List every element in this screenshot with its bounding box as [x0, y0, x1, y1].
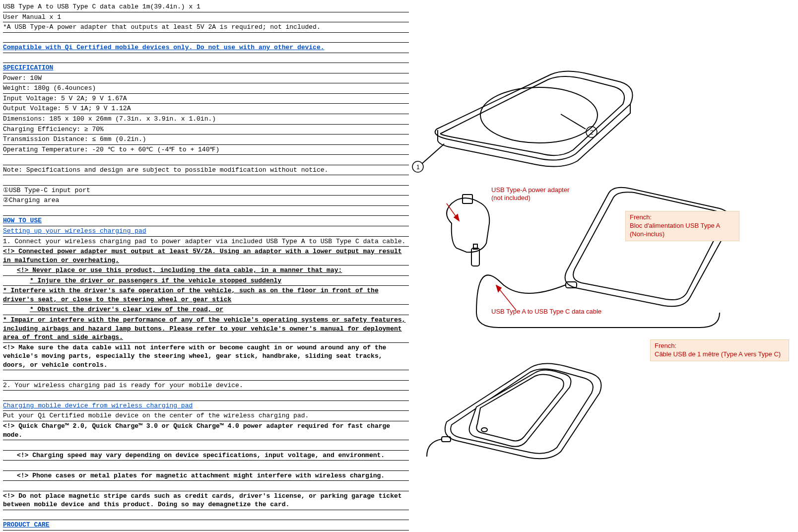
port-label-2: ②Charging area — [3, 196, 409, 206]
howto-heading: HOW TO USE — [3, 216, 409, 226]
callout-adapter: French: Bloc d'alimentation USB Type A (… — [625, 211, 739, 241]
warn-never: <!> Never place or use this product, inc… — [3, 266, 409, 276]
spec-heading: SPECIFICATION — [3, 63, 409, 73]
charging-pad-phone-diagram — [362, 337, 640, 486]
blank-line — [3, 440, 409, 451]
spec-input: Input Voltage: 5 V 2A; 9 V 1.67A — [3, 94, 409, 104]
charge-put: Put your Qi Certified mobile device on t… — [3, 411, 409, 421]
blank-line — [3, 33, 409, 43]
spec-dims: Dimensions: 185 x 100 x 26mm (7.3in. x 3… — [3, 114, 409, 125]
callout-cable-head: French: — [655, 342, 676, 349]
contents-line: *A USB Type-A power adapter that outputs… — [3, 22, 409, 33]
warn-mag: <!> Do not place magnetic stripe cards s… — [3, 491, 409, 510]
svg-line-1 — [422, 144, 444, 164]
svg-text:2: 2 — [590, 129, 594, 136]
manual-text-column: USB Type A to USB Type C data cable 1m(3… — [0, 0, 412, 532]
warn-cable: <!> Make sure the data cable will not in… — [3, 343, 409, 371]
spec-note: Note: Specifications and design are subj… — [3, 165, 409, 176]
port-label-1: ①USB Type-C input port — [3, 186, 409, 196]
spec-power: Power: 10W — [3, 73, 409, 84]
spec-eff: Charging Efficiency: ≥ 70% — [3, 125, 409, 135]
contents-line: USB Type A to USB Type C data cable 1m(3… — [3, 2, 409, 12]
warn-qc: <!> Quick Charge™ 2.0, Quick Charge™ 3.0… — [3, 421, 409, 440]
blank-line — [3, 155, 409, 165]
charge-heading: Charging mobile device from wireless cha… — [3, 401, 409, 411]
blank-line — [3, 391, 409, 401]
setup-heading: Setting up your wireless charging pad — [3, 226, 409, 237]
warn-adapter: <!> Connected power adapter must output … — [3, 247, 409, 266]
blank-line — [3, 481, 409, 491]
blank-line — [3, 461, 409, 471]
bullet-injure: * Injure the driver or passengers if the… — [3, 276, 409, 286]
callout-cable: French: Câble USB de 1 mêtre (Type A ver… — [650, 339, 789, 361]
blank-line — [3, 53, 409, 64]
callout-adapter-body: Bloc d'alimentation USB Type A (Non-incl… — [630, 222, 720, 238]
spec-trans: Transmission Distance: ≤ 6mm (0.2in.) — [3, 134, 409, 145]
svg-line-2 — [561, 114, 586, 129]
bullet-obstruct: * Obstruct the driver's clear view of th… — [3, 305, 409, 315]
charging-pad-diagram: 1 2 — [362, 40, 710, 179]
svg-rect-7 — [566, 282, 577, 288]
spec-output: Output Voltage: 5 V 1A; 9 V 1.12A — [3, 104, 409, 114]
warn-case: <!> Phone cases or metal plates for magn… — [3, 471, 409, 481]
spec-temp: Operating Temperature: -20 ℃ to + 60℃ (-… — [3, 145, 409, 155]
blank-line — [3, 206, 409, 216]
step-2: 2. Your wireless charging pad is ready f… — [3, 381, 409, 391]
callout-adapter-head: French: — [630, 213, 652, 221]
care-heading: PRODUCT CARE — [3, 520, 409, 531]
blank-line — [3, 175, 409, 186]
svg-text:1: 1 — [416, 164, 420, 171]
contents-line: User Manual x 1 — [3, 12, 409, 23]
blank-line — [3, 510, 409, 521]
spec-weight: Weight: 180g (6.4ounces) — [3, 83, 409, 94]
warn-speed: <!> Charging speed may vary depending on… — [3, 451, 409, 461]
cable-label: USB Type A to USB Type C data cable — [491, 308, 601, 316]
step-1: 1. Connect your wireless charging pad to… — [3, 237, 409, 247]
bullet-interfere: * Interfere with the driver's safe opera… — [3, 286, 409, 305]
callout-cable-body: Câble USB de 1 mêtre (Type A vers Type C… — [655, 350, 781, 358]
adapter-label: USB Type-A power adapter (not included) — [491, 186, 569, 201]
compat-heading: Compatible with Qi Certified mobile devi… — [3, 43, 409, 53]
diagram-column: 1 2 — [412, 0, 798, 532]
svg-point-0 — [480, 87, 598, 143]
bullet-impair: * Impair or interfere with the performan… — [3, 315, 409, 343]
blank-line — [3, 370, 409, 381]
